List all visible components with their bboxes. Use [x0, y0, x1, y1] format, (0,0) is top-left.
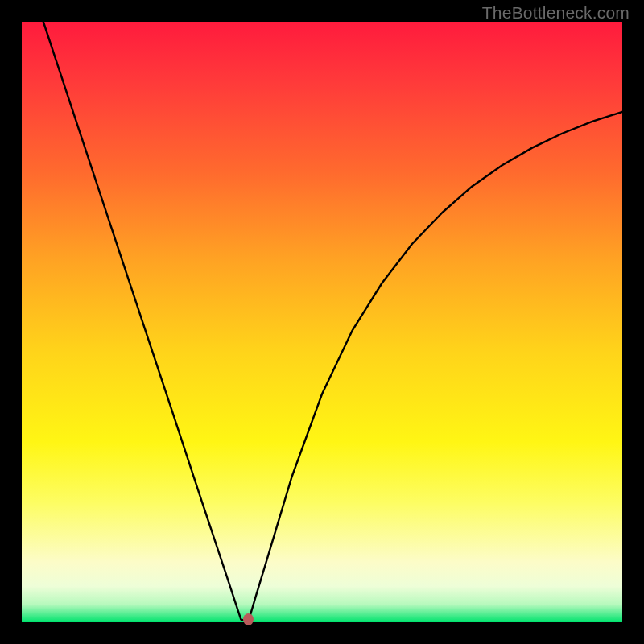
watermark-text: TheBottleneck.com: [482, 3, 630, 23]
minimum-marker: [243, 613, 254, 625]
curve-path: [43, 22, 622, 622]
bottleneck-curve: [22, 22, 622, 622]
chart-container: TheBottleneck.com: [0, 0, 644, 644]
plot-frame: [22, 22, 622, 622]
